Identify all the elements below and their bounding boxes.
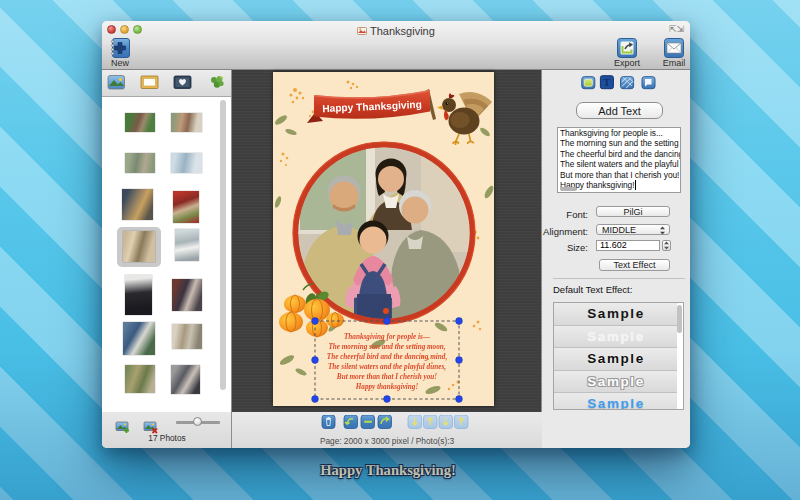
svg-text:Happy thanksgiving!: Happy thanksgiving!: [355, 383, 419, 391]
svg-text:T: T: [604, 77, 611, 88]
svg-text:The cheerful bird and the danc: The cheerful bird and the dancing mind,: [327, 353, 448, 361]
svg-text:Thanksgiving for people is—: Thanksgiving for people is—: [344, 333, 431, 341]
svg-text:The silent waters and the play: The silent waters and the playful dunes,: [328, 363, 446, 371]
svg-text:But more than that I cherish y: But more than that I cherish you!: [336, 373, 437, 381]
svg-text:The morning sun and the settin: The morning sun and the setting moon,: [328, 343, 445, 351]
